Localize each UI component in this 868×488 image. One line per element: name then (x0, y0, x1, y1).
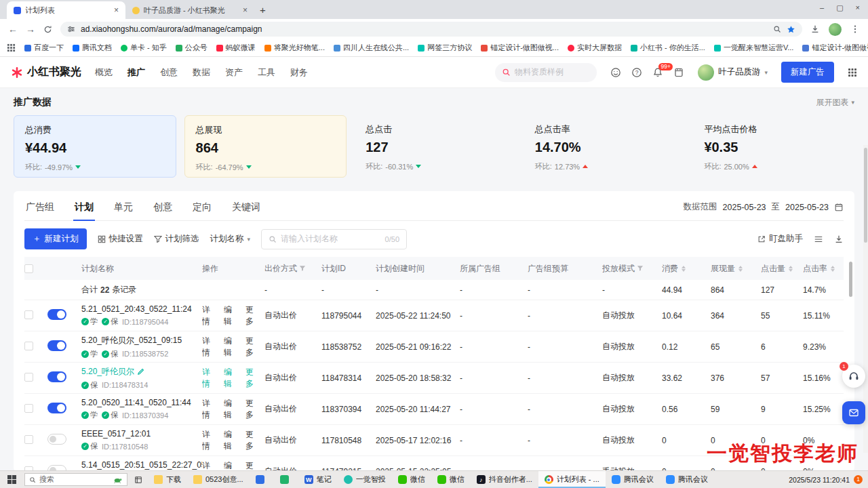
monitor-assistant-button[interactable]: 盯盘助手 (757, 233, 803, 245)
more-link[interactable]: 更多 (245, 398, 260, 421)
bookmark-item[interactable]: 单卡 - 知乎 (121, 43, 167, 53)
app-grid-icon[interactable] (848, 68, 857, 77)
bookmark-item[interactable]: 一觉醒来智慧运营V... (714, 43, 794, 53)
taskbar-search-input[interactable]: 搜索 (24, 473, 127, 486)
notifications-bell-icon[interactable]: 99+ (652, 67, 663, 78)
col-clicks[interactable]: 点击量 (761, 263, 803, 274)
row-toggle[interactable] (47, 371, 66, 382)
export-download-icon[interactable] (834, 235, 844, 244)
nav-promotion[interactable]: 推广 (127, 66, 145, 79)
browser-tab-inactive[interactable]: 叶子品质游 - 小红书聚光 × (125, 1, 254, 19)
detail-link[interactable]: 详情 (202, 367, 217, 390)
tab-keywords[interactable]: 关键词 (231, 199, 262, 220)
stat-card-clicks[interactable]: 总点击 127 环比:-60.31% (355, 115, 516, 178)
bookmark-item[interactable]: 将聚光好物笔... (264, 43, 325, 53)
more-link[interactable]: 更多 (245, 304, 260, 327)
apps-grid-icon[interactable] (7, 43, 16, 52)
zoom-icon[interactable] (773, 25, 781, 33)
new-ad-button[interactable]: 新建广告 (781, 62, 834, 83)
bookmark-item[interactable]: 蚂蚁微课 (216, 43, 256, 53)
col-impressions[interactable]: 展现量 (711, 263, 761, 274)
taskbar-clock[interactable]: 2025/5/23 11:20:41 1 (783, 471, 868, 488)
edit-link[interactable]: 编辑 (224, 460, 239, 471)
download-icon[interactable] (810, 24, 820, 34)
detail-link[interactable]: 详情 (202, 304, 217, 327)
bookmark-item[interactable]: 腾讯文档 (73, 43, 112, 53)
detail-link[interactable]: 详情 (202, 460, 217, 471)
edit-link[interactable]: 编辑 (224, 336, 239, 359)
quick-settings-button[interactable]: 快捷设置 (98, 233, 143, 245)
plan-name[interactable]: 5.14_0515_20:51_0515_22:27_0515_22:30_05… (81, 460, 198, 470)
bookmark-item[interactable]: 锚定设计-做图做视... (481, 43, 559, 53)
close-button[interactable]: × (856, 3, 860, 12)
select-all-checkbox[interactable] (24, 264, 33, 273)
reload-button[interactable] (43, 25, 52, 34)
tab-creative[interactable]: 创意 (152, 199, 174, 220)
maximize-button[interactable]: ▢ (836, 3, 843, 12)
detail-link[interactable]: 详情 (202, 336, 217, 359)
header-search-input[interactable]: 物料资质样例 (495, 63, 597, 82)
stat-card-impressions[interactable]: 总展现 864 环比:-64.79% (184, 115, 347, 178)
back-button[interactable]: ← (8, 24, 18, 34)
taskbar-item-wechat[interactable]: 微信 (431, 471, 471, 488)
browser-menu-icon[interactable] (850, 24, 860, 34)
help-icon[interactable]: ? (631, 67, 642, 78)
row-toggle[interactable] (47, 403, 66, 413)
more-link[interactable]: 更多 (245, 460, 260, 471)
browser-tab-active[interactable]: 计划列表 × (7, 1, 125, 19)
nav-data[interactable]: 数据 (193, 66, 210, 79)
stat-card-avg-cpc[interactable]: 平均点击价格 ¥0.35 环比:25.00% (693, 115, 854, 178)
start-button[interactable] (0, 471, 23, 488)
service-smiley-icon[interactable] (610, 67, 621, 78)
row-toggle[interactable] (47, 434, 66, 445)
plan-name[interactable]: 5.20_呼伦贝尔 (81, 366, 198, 378)
stat-card-ctr[interactable]: 总点击率 14.70% 环比:12.73% (524, 115, 686, 178)
journal-icon[interactable] (673, 67, 684, 78)
edit-link[interactable]: 编辑 (224, 429, 239, 452)
taskbar-item-app[interactable] (274, 471, 298, 488)
taskbar-item-douyin[interactable]: ♪抖音创作者... (471, 471, 538, 488)
plan-name[interactable]: EEEE_0517_12:01 (81, 429, 198, 439)
more-link[interactable]: 更多 (245, 429, 260, 452)
forward-button[interactable]: → (26, 24, 35, 34)
nav-tools[interactable]: 工具 (258, 66, 275, 79)
detail-link[interactable]: 详情 (202, 398, 217, 421)
col-cost[interactable]: 消费 (662, 263, 711, 274)
col-delivery-mode[interactable]: 投放模式 (602, 263, 662, 274)
expand-chart-toggle[interactable]: 展开图表▾ (816, 97, 854, 108)
feedback-mail-button[interactable] (842, 401, 865, 424)
bookmark-item[interactable]: 四川人生在线公共... (334, 43, 409, 53)
taskbar-item-meeting[interactable]: 腾讯会议 (606, 471, 660, 488)
taskbar-item-app[interactable] (250, 471, 274, 488)
row-checkbox[interactable] (24, 404, 33, 413)
more-link[interactable]: 更多 (245, 336, 260, 359)
tab-ad-group[interactable]: 广告组 (24, 199, 56, 220)
taskbar-item-notes[interactable]: W笔记 (298, 471, 338, 488)
taskbar-item-yijue[interactable]: 一觉智投 (338, 471, 392, 488)
taskbar-item-meeting[interactable]: 腾讯会议 (660, 471, 714, 488)
more-link[interactable]: 更多 (245, 367, 260, 390)
plan-filter-button[interactable]: 计划筛选 (154, 233, 199, 245)
brand-logo[interactable]: 小红书聚光 (11, 65, 81, 79)
stat-card-total-cost[interactable]: 总消费 ¥44.94 环比:-49.97% (14, 115, 176, 178)
date-start[interactable]: 2025-05-23 (723, 203, 766, 212)
plan-name[interactable]: 5.21_0521_20:43_0522_11:24 (81, 304, 198, 314)
nav-finance[interactable]: 财务 (290, 66, 308, 79)
account-menu[interactable]: 叶子品质游 ▾ (698, 64, 768, 81)
row-toggle[interactable] (47, 465, 66, 470)
date-end[interactable]: 2025-05-23 (785, 203, 829, 212)
row-checkbox[interactable] (24, 373, 33, 382)
row-checkbox[interactable] (24, 435, 33, 444)
edit-link[interactable]: 编辑 (224, 398, 239, 421)
edit-pencil-icon[interactable] (137, 368, 144, 375)
table-scrollbar-thumb[interactable] (849, 262, 852, 297)
plan-name[interactable]: 5.20_呼伦贝尔_0521_09:15 (81, 335, 198, 346)
row-toggle[interactable] (47, 340, 66, 351)
url-bar[interactable]: ad.xiaohongshu.com/aurora/ad/manage/camp… (60, 22, 802, 37)
taskbar-item-chrome-active[interactable]: 计划列表 - ... (538, 471, 606, 488)
tab-campaign[interactable]: 计划 (73, 199, 95, 221)
taskbar-item-wechat[interactable]: 微信 (392, 471, 431, 488)
bookmark-item[interactable]: 锚定设计-做图做视... (802, 43, 868, 53)
row-toggle[interactable] (47, 309, 66, 320)
new-tab-button[interactable]: + (260, 4, 266, 16)
